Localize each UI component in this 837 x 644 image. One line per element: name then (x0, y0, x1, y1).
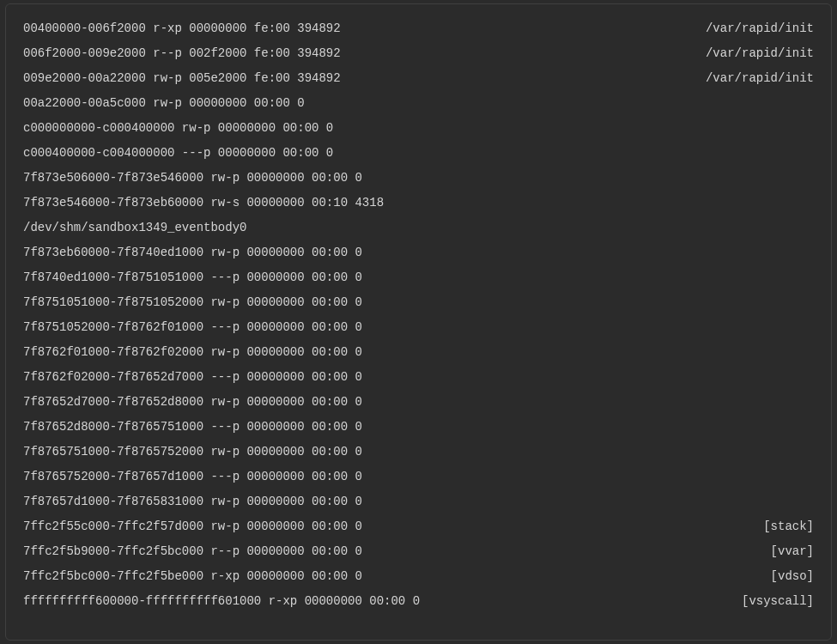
memory-map-line: 7ffc2f5b9000-7ffc2f5bc000 r--p 00000000 … (23, 539, 814, 564)
map-entry-left: 7f873eb60000-7f8740ed1000 rw-p 00000000 … (23, 240, 362, 265)
memory-map-line: 7f8751052000-7f8762f01000 ---p 00000000 … (23, 315, 814, 340)
map-entry-left: ffffffffff600000-ffffffffff601000 r-xp 0… (23, 589, 420, 614)
memory-map-line: c000000000-c000400000 rw-p 00000000 00:0… (23, 116, 814, 141)
terminal-output: 00400000-006f2000 r-xp 00000000 fe:00 39… (5, 3, 832, 641)
map-entry-path: /var/rapid/init (688, 66, 814, 91)
memory-map-line: 00a22000-00a5c000 rw-p 00000000 00:00 0 (23, 91, 814, 116)
memory-map-line: 7f87652d7000-7f87652d8000 rw-p 00000000 … (23, 390, 814, 415)
map-entry-left: 7f8762f01000-7f8762f02000 rw-p 00000000 … (23, 340, 362, 365)
map-entry-path: [vdso] (754, 564, 814, 589)
memory-map-line: 7f87652d8000-7f8765751000 ---p 00000000 … (23, 415, 814, 440)
memory-map-line: 7f8762f01000-7f8762f02000 rw-p 00000000 … (23, 340, 814, 365)
memory-map-line: 00400000-006f2000 r-xp 00000000 fe:00 39… (23, 16, 814, 41)
map-entry-left: 7ffc2f5bc000-7ffc2f5be000 r-xp 00000000 … (23, 564, 362, 589)
map-entry-left: 7f8762f02000-7f87652d7000 ---p 00000000 … (23, 365, 362, 390)
map-entry-left: c000400000-c004000000 ---p 00000000 00:0… (23, 141, 333, 166)
map-entry-left: c000000000-c000400000 rw-p 00000000 00:0… (23, 116, 333, 141)
memory-map-line: 7f873eb60000-7f8740ed1000 rw-p 00000000 … (23, 240, 814, 265)
map-entry-left: 006f2000-009e2000 r--p 002f2000 fe:00 39… (23, 41, 341, 66)
map-entry-left: 7f87657d1000-7f8765831000 rw-p 00000000 … (23, 489, 362, 514)
map-entry-left: 00a22000-00a5c000 rw-p 00000000 00:00 0 (23, 91, 305, 116)
map-entry-left: 7f8751051000-7f8751052000 rw-p 00000000 … (23, 290, 362, 315)
memory-map-line: 7f87657d1000-7f8765831000 rw-p 00000000 … (23, 489, 814, 514)
memory-map-line: 7f8751051000-7f8751052000 rw-p 00000000 … (23, 290, 814, 315)
map-entry-left: 7f8751052000-7f8762f01000 ---p 00000000 … (23, 315, 362, 340)
map-entry-left: 7f873e506000-7f873e546000 rw-p 00000000 … (23, 166, 362, 191)
map-entry-path: /var/rapid/init (688, 41, 814, 66)
map-entry-left: 7ffc2f5b9000-7ffc2f5bc000 r--p 00000000 … (23, 539, 362, 564)
memory-map-line: 7f873e506000-7f873e546000 rw-p 00000000 … (23, 166, 814, 191)
map-entry-left: 009e2000-00a22000 rw-p 005e2000 fe:00 39… (23, 66, 341, 91)
memory-map-line: 7ffc2f55c000-7ffc2f57d000 rw-p 00000000 … (23, 514, 814, 539)
map-entry-left: 7f87652d7000-7f87652d8000 rw-p 00000000 … (23, 390, 362, 415)
memory-map-line: 7f8765751000-7f8765752000 rw-p 00000000 … (23, 440, 814, 465)
memory-map-line: 009e2000-00a22000 rw-p 005e2000 fe:00 39… (23, 66, 814, 91)
memory-map-line: 006f2000-009e2000 r--p 002f2000 fe:00 39… (23, 41, 814, 66)
map-entry-left: 7ffc2f55c000-7ffc2f57d000 rw-p 00000000 … (23, 514, 362, 539)
memory-map-line: 7f873e546000-7f873eb60000 rw-s 00000000 … (23, 191, 814, 216)
memory-map-line: 7f8765752000-7f87657d1000 ---p 00000000 … (23, 465, 814, 489)
map-entry-left: 7f873e546000-7f873eb60000 rw-s 00000000 … (23, 191, 384, 216)
map-entry-path: [stack] (746, 514, 814, 539)
map-entry-path: [vsyscall] (725, 589, 814, 614)
memory-map-line: 7f8740ed1000-7f8751051000 ---p 00000000 … (23, 265, 814, 290)
map-entry-wrapped-path: /dev/shm/sandbox1349_eventbody0 (23, 216, 814, 240)
map-entry-left: 7f8765751000-7f8765752000 rw-p 00000000 … (23, 440, 362, 465)
map-entry-path: /var/rapid/init (688, 16, 814, 41)
map-entry-left: 00400000-006f2000 r-xp 00000000 fe:00 39… (23, 16, 341, 41)
map-entry-left: 7f8740ed1000-7f8751051000 ---p 00000000 … (23, 265, 362, 290)
memory-map-line: 7f8762f02000-7f87652d7000 ---p 00000000 … (23, 365, 814, 390)
map-entry-left: 7f8765752000-7f87657d1000 ---p 00000000 … (23, 465, 362, 489)
memory-map-line: ffffffffff600000-ffffffffff601000 r-xp 0… (23, 589, 814, 614)
map-entry-path: [vvar] (754, 539, 814, 564)
map-entry-left: 7f87652d8000-7f8765751000 ---p 00000000 … (23, 415, 362, 440)
memory-map-line: 7ffc2f5bc000-7ffc2f5be000 r-xp 00000000 … (23, 564, 814, 589)
memory-map-line: c000400000-c004000000 ---p 00000000 00:0… (23, 141, 814, 166)
